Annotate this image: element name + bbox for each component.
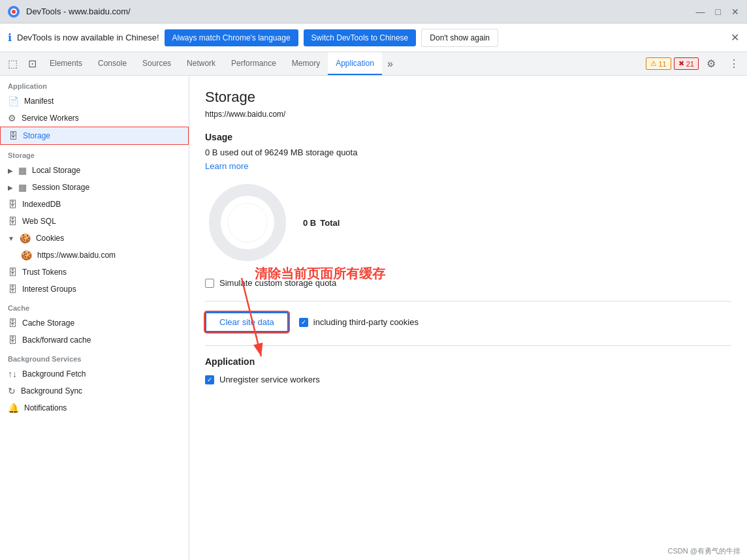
sidebar-item-storage[interactable]: 🗄 Storage [0,127,189,145]
sidebar-item-label: Background Sync [21,386,82,396]
dont-show-again-button[interactable]: Don't show again [421,29,498,47]
cookie-url-icon: 🍪 [21,250,32,260]
warn-icon: ⚠ [650,59,657,68]
warning-badge[interactable]: ⚠ 11 [646,57,671,70]
sidebar-item-label: Web SQL [22,217,56,226]
window-controls: — □ ✕ [696,7,739,17]
sidebar-item-label: Cache Storage [22,319,74,328]
tab-network[interactable]: Network [179,52,223,75]
content-url: https://www.baidu.com/ [205,110,731,119]
usage-text: 0 B used out of 96249 MB storage quota [205,148,731,157]
sidebar-item-local-storage[interactable]: ▶ ▦ Local Storage [0,162,189,179]
tab-pointer-icon[interactable]: ⬚ [3,52,23,75]
tabsbar: ⬚ ⊡ Elements Console Sources Network Per… [0,52,747,76]
service-workers-icon: ⚙ [8,113,16,123]
sidebar-item-label: Local Storage [32,166,80,175]
sidebar-item-background-fetch[interactable]: ↑↓ Background Fetch [0,366,189,382]
tab-application[interactable]: Application [328,52,382,75]
sidebar-item-background-sync[interactable]: ↻ Background Sync [0,382,189,399]
third-party-row: ✓ including third-party cookies [299,317,419,327]
tab-more-icon[interactable]: » [382,52,398,75]
sidebar-section-application: Application [0,76,189,93]
third-party-checkbox[interactable]: ✓ [299,318,308,327]
titlebar: DevTools - www.baidu.com/ — □ ✕ [0,0,747,23]
third-party-label: including third-party cookies [313,317,419,327]
donut-chart [205,180,290,265]
error-badge[interactable]: ✖ 21 [674,57,699,70]
chrome-logo-icon [8,6,20,18]
interest-groups-icon: 🗄 [8,284,17,294]
tab-performance[interactable]: Performance [223,52,284,75]
notifications-icon: 🔔 [8,403,19,413]
settings-icon[interactable]: ⚙ [701,57,721,70]
sidebar-item-notifications[interactable]: 🔔 Notifications [0,399,189,416]
sidebar-section-storage: Storage [0,145,189,162]
sidebar-item-label: https://www.baidu.com [37,251,116,260]
sidebar-item-label: Service Workers [22,114,79,123]
sidebar-item-back-forward-cache[interactable]: 🗄 Back/forward cache [0,332,189,349]
sidebar-item-label: Cookies [36,234,64,243]
sidebar-item-service-workers[interactable]: ⚙ Service Workers [0,110,189,127]
unregister-checkbox[interactable]: ✓ [205,375,214,384]
sidebar-item-label: IndexedDB [22,200,61,209]
info-icon: ℹ [8,31,12,44]
sidebar-item-websql[interactable]: 🗄 Web SQL [0,213,189,230]
simulate-label: Simulate custom storage quota [219,278,336,288]
sidebar-item-cookies[interactable]: ▼ 🍪 Cookies [0,230,189,247]
tab-memory[interactable]: Memory [284,52,328,75]
background-fetch-icon: ↑↓ [8,369,17,379]
total-suffix: Total [320,218,340,228]
infobar-text: DevTools is now available in Chinese! [17,33,159,42]
sidebar-item-cookies-baidu[interactable]: 🍪 https://www.baidu.com [0,247,189,264]
maximize-button[interactable]: □ [716,7,721,17]
chart-legend: 0 B Total [303,218,340,228]
sidebar-item-trust-tokens[interactable]: 🗄 Trust Tokens [0,264,189,281]
sidebar-item-label: Storage [23,131,50,140]
sidebar-item-interest-groups[interactable]: 🗄 Interest Groups [0,281,189,298]
manifest-icon: 📄 [8,96,19,106]
simulate-checkbox[interactable] [205,279,214,288]
more-options-icon[interactable]: ⋮ [723,57,744,70]
sidebar-item-label: Manifest [24,97,54,106]
tab-sources[interactable]: Sources [135,52,179,75]
close-button[interactable]: ✕ [731,7,739,17]
infobar-close-icon[interactable]: ✕ [731,31,739,44]
sidebar-section-cache: Cache [0,298,189,315]
svg-point-3 [215,190,280,255]
sidebar-item-indexeddb[interactable]: 🗄 IndexedDB [0,196,189,213]
sidebar-item-manifest[interactable]: 📄 Manifest [0,93,189,110]
match-language-button[interactable]: Always match Chrome's language [165,29,298,46]
unregister-service-workers-row: ✓ Unregister service workers [205,375,731,384]
indexeddb-icon: 🗄 [8,199,17,210]
usage-section-label: Usage [205,132,731,142]
cookies-icon: 🍪 [20,233,31,243]
clear-site-data-button[interactable]: Clear site data [205,312,289,332]
warn-count: 11 [659,60,667,68]
switch-devtools-button[interactable]: Switch DevTools to Chinese [304,29,417,46]
sidebar-item-label: Notifications [24,403,67,412]
main-layout: Application 📄 Manifest ⚙ Service Workers… [0,76,747,560]
background-sync-icon: ↻ [8,386,16,396]
chart-area: 0 B Total [205,180,731,265]
page-title: Storage [205,89,731,106]
minimize-button[interactable]: — [696,7,705,17]
content-area: Storage https://www.baidu.com/ Usage 0 B… [189,76,747,560]
watermark: CSDN @有勇气的牛排 [668,546,740,556]
learn-more-link[interactable]: Learn more [205,161,248,171]
svg-point-2 [12,10,16,14]
err-count: 21 [686,60,694,68]
expand-icon: ▼ [8,235,14,242]
tab-elements[interactable]: Elements [42,52,90,75]
sidebar: Application 📄 Manifest ⚙ Service Workers… [0,76,189,560]
tab-console[interactable]: Console [90,52,135,75]
tab-device-icon[interactable]: ⊡ [23,52,42,75]
svg-point-4 [228,203,267,242]
expand-icon: ▶ [8,184,13,191]
sidebar-item-cache-storage[interactable]: 🗄 Cache Storage [0,315,189,332]
sidebar-item-session-storage[interactable]: ▶ ▦ Session Storage [0,179,189,196]
tabs-right-section: ⚠ 11 ✖ 21 ⚙ ⋮ [646,52,745,75]
simulate-row: Simulate custom storage quota [205,278,731,288]
storage-icon: 🗄 [8,131,18,141]
app-section-label: Application [205,356,731,367]
cache-storage-icon: 🗄 [8,318,17,328]
